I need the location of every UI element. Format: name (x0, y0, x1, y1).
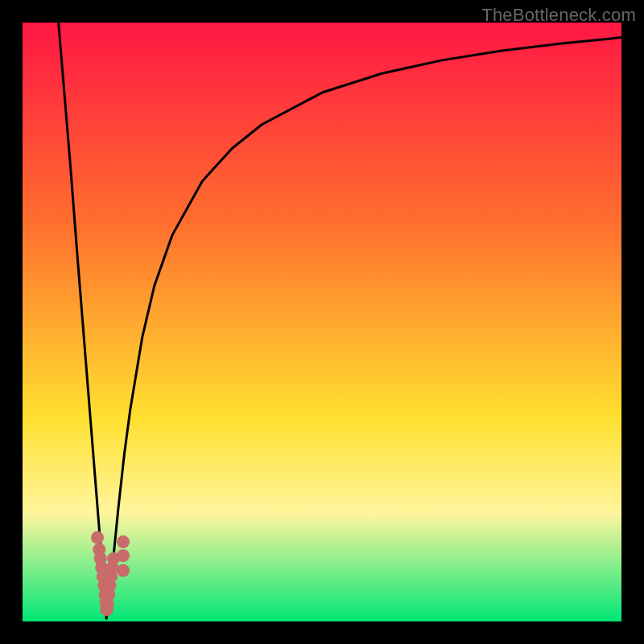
data-dot (117, 564, 130, 577)
gradient-background (23, 23, 621, 621)
chart-svg (23, 23, 621, 621)
data-dot (91, 531, 104, 544)
plot-area (23, 23, 621, 621)
chart-frame: TheBottleneck.com (0, 0, 644, 644)
data-dot (117, 549, 130, 562)
data-dot (117, 535, 130, 548)
